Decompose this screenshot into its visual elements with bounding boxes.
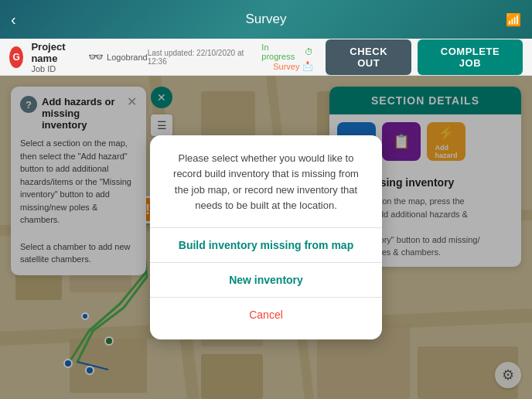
back-button[interactable]: ‹ [11, 11, 16, 29]
header: ‹ Survey 📶 [0, 0, 532, 39]
checkout-button[interactable]: CHECK OUT [326, 39, 411, 75]
status-in-progress: In progress ⏱ [261, 43, 313, 61]
project-info: Project name Job ID [31, 41, 73, 73]
complete-job-button[interactable]: COMPLETE JOB [418, 39, 523, 75]
last-updated: Last updated: 22/10/2020 at 12:36 [148, 49, 262, 66]
toolbar: G Project name Job ID 👓 Logobrand Last u… [0, 39, 532, 76]
status-badge: In progress ⏱ Survey 📩 [261, 43, 313, 71]
logo-icon: 👓 [88, 49, 104, 64]
status-survey: Survey 📩 [273, 61, 313, 71]
logo-brand: 👓 Logobrand [88, 49, 148, 64]
cancel-button[interactable]: Cancel [165, 298, 367, 332]
toolbar-left: G Project name Job ID 👓 Logobrand [9, 41, 148, 73]
map-area: ? Add hazards or missing inventory ✕ Sel… [0, 76, 532, 399]
new-inventory-button[interactable]: New inventory [165, 263, 367, 297]
modal-overlay: Please select whether you would like to … [0, 76, 532, 399]
toolbar-right: In progress ⏱ Survey 📩 CHECK OUT COMPLET… [261, 39, 523, 75]
page-title: Survey [246, 12, 287, 27]
modal-dialog: Please select whether you would like to … [150, 135, 382, 339]
project-icon: G [9, 46, 23, 68]
project-id: Job ID [31, 64, 73, 73]
project-name: Project name [31, 41, 73, 64]
wifi-icon: 📶 [506, 12, 521, 27]
build-inventory-button[interactable]: Build inventory missing from map [165, 228, 367, 262]
logo-text: Logobrand [107, 53, 148, 62]
modal-body-text: Please select whether you would like to … [165, 151, 367, 213]
